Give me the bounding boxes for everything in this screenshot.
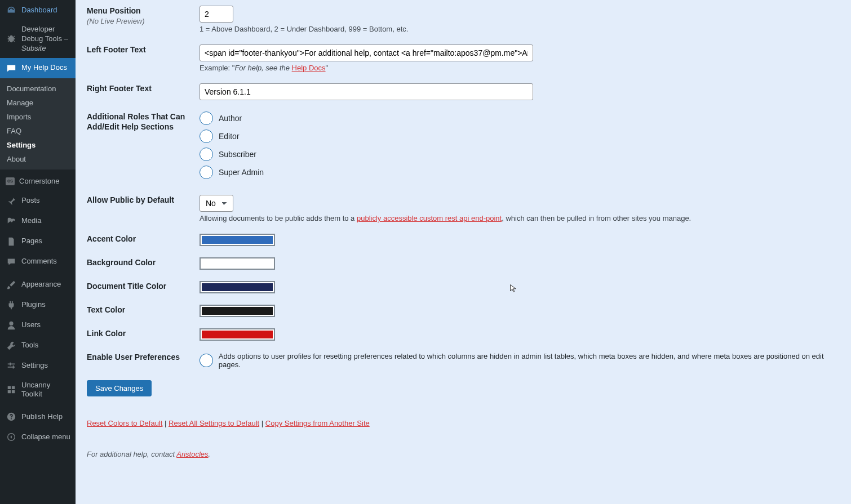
- menu-appearance[interactable]: Appearance: [0, 275, 76, 295]
- user-pref-label: Enable User Preferences: [87, 352, 200, 369]
- background-color-picker[interactable]: [200, 257, 275, 270]
- roles-label: Additional Roles That Can Add/Edit Help …: [87, 111, 200, 184]
- menu-label: Developer Debug Tools – Subsite: [21, 25, 71, 53]
- user-pref-checkbox[interactable]: [200, 354, 213, 367]
- page-icon: [6, 236, 17, 247]
- grid-icon: [6, 384, 17, 395]
- menu-position-help: 1 = Above Dashboard, 2 = Under Dashboard…: [200, 25, 840, 33]
- help-docs-link[interactable]: Help Docs: [292, 64, 326, 72]
- menu-publish-help[interactable]: Publish Help: [0, 407, 76, 427]
- reset-links-row: Reset Colors to Default | Reset All Sett…: [87, 419, 840, 427]
- brush-icon: [6, 279, 17, 291]
- cornerstone-icon: cs: [6, 177, 15, 185]
- comment-icon: [6, 256, 17, 267]
- menu-label: Appearance: [21, 280, 61, 289]
- role-subscriber-radio[interactable]: [200, 148, 213, 161]
- menu-dev-debug[interactable]: Developer Debug Tools – Subsite: [0, 20, 76, 58]
- help-icon: [6, 63, 17, 74]
- menu-label: Posts: [21, 196, 40, 206]
- text-color-picker[interactable]: [200, 305, 275, 317]
- menu-label: Uncanny Toolkit: [21, 381, 71, 400]
- menu-plugins[interactable]: Plugins: [0, 295, 76, 315]
- menu-cornerstone[interactable]: csCornerstone: [0, 172, 76, 191]
- left-footer-label: Left Footer Text: [87, 44, 200, 72]
- copy-settings-link[interactable]: Copy Settings from Another Site: [265, 419, 370, 427]
- save-button[interactable]: Save Changes: [87, 380, 152, 396]
- admin-sidebar: Dashboard Developer Debug Tools – Subsit…: [0, 0, 76, 504]
- accent-color-label: Accent Color: [87, 234, 200, 246]
- sliders-icon: [6, 360, 17, 372]
- menu-media[interactable]: Media: [0, 211, 76, 231]
- menu-label: Cornerstone: [19, 177, 60, 186]
- menu-position-sublabel: (No Live Preview): [87, 17, 145, 25]
- user-pref-desc: Adds options to user profiles for resett…: [219, 352, 840, 369]
- role-editor-label: Editor: [219, 132, 240, 141]
- submenu-manage[interactable]: Manage: [0, 96, 76, 110]
- title-color-label: Document Title Color: [87, 281, 200, 293]
- accent-color-picker[interactable]: [200, 234, 275, 246]
- footer-contact-link[interactable]: Aristocles: [176, 450, 208, 458]
- role-editor-radio[interactable]: [200, 130, 213, 143]
- allow-public-label: Allow Public by Default: [87, 195, 200, 222]
- menu-dashboard[interactable]: Dashboard: [0, 0, 76, 20]
- menu-position-input[interactable]: [200, 6, 233, 23]
- menu-users[interactable]: Users: [0, 315, 76, 336]
- submenu: Documentation Manage Imports FAQ Setting…: [0, 78, 76, 170]
- background-color-label: Background Color: [87, 257, 200, 270]
- role-superadmin-label: Super Admin: [219, 168, 264, 177]
- menu-label: Dashboard: [21, 6, 57, 15]
- menu-label: Media: [21, 216, 41, 226]
- allow-public-select[interactable]: No: [200, 195, 233, 212]
- media-icon: [6, 216, 17, 227]
- reset-all-link[interactable]: Reset All Settings to Default: [169, 419, 259, 427]
- collapse-icon: [6, 431, 17, 443]
- reset-colors-link[interactable]: Reset Colors to Default: [87, 419, 162, 427]
- menu-comments[interactable]: Comments: [0, 252, 76, 272]
- allow-public-help: Allowing documents to be public adds the…: [200, 214, 840, 222]
- menu-my-help-docs[interactable]: My Help Docs: [0, 58, 76, 78]
- role-author-radio[interactable]: [200, 111, 213, 125]
- submenu-settings[interactable]: Settings: [0, 138, 76, 152]
- role-subscriber-label: Subscriber: [219, 150, 256, 159]
- menu-label: Settings: [21, 361, 48, 371]
- menu-settings[interactable]: Settings: [0, 356, 76, 376]
- menu-label: Plugins: [21, 300, 46, 310]
- submenu-imports[interactable]: Imports: [0, 110, 76, 124]
- menu-label: Publish Help: [21, 412, 63, 422]
- user-icon: [6, 320, 17, 331]
- submenu-about[interactable]: About: [0, 152, 76, 166]
- menu-posts[interactable]: Posts: [0, 191, 76, 211]
- menu-uncanny[interactable]: Uncanny Toolkit: [0, 376, 76, 404]
- right-footer-input[interactable]: [200, 83, 533, 100]
- menu-label: Tools: [21, 341, 38, 350]
- text-color-label: Text Color: [87, 305, 200, 317]
- plug-icon: [6, 300, 17, 311]
- menu-label: Comments: [21, 257, 57, 266]
- title-color-picker[interactable]: [200, 281, 275, 293]
- role-author-label: Author: [219, 114, 242, 123]
- menu-label: My Help Docs: [21, 63, 67, 73]
- left-footer-input[interactable]: [200, 44, 533, 61]
- menu-tools[interactable]: Tools: [0, 336, 76, 356]
- link-color-picker[interactable]: [200, 328, 275, 341]
- menu-collapse[interactable]: Collapse menu: [0, 427, 76, 447]
- wrench-icon: [6, 340, 17, 351]
- role-superadmin-radio[interactable]: [200, 166, 213, 179]
- menu-label: Collapse menu: [21, 432, 70, 442]
- left-footer-help: Example: "For help, see the Help Docs": [200, 64, 840, 72]
- bug-icon: [6, 33, 17, 44]
- submenu-faq[interactable]: FAQ: [0, 124, 76, 138]
- rest-api-link[interactable]: publicly accessible custom rest api end-…: [357, 214, 502, 222]
- footer-text: For additional help, contact Aristocles.: [87, 450, 840, 458]
- right-footer-label: Right Footer Text: [87, 83, 200, 100]
- pin-icon: [6, 195, 17, 207]
- menu-position-label: Menu Position: [87, 6, 141, 15]
- menu-pages[interactable]: Pages: [0, 231, 76, 252]
- dashboard-icon: [6, 5, 17, 16]
- menu-label: Pages: [21, 237, 42, 246]
- link-color-label: Link Color: [87, 328, 200, 341]
- submenu-documentation[interactable]: Documentation: [0, 82, 76, 96]
- help-circle-icon: [6, 411, 17, 422]
- menu-label: Users: [21, 320, 41, 330]
- settings-content: Menu Position(No Live Preview) 1 = Above…: [76, 0, 851, 504]
